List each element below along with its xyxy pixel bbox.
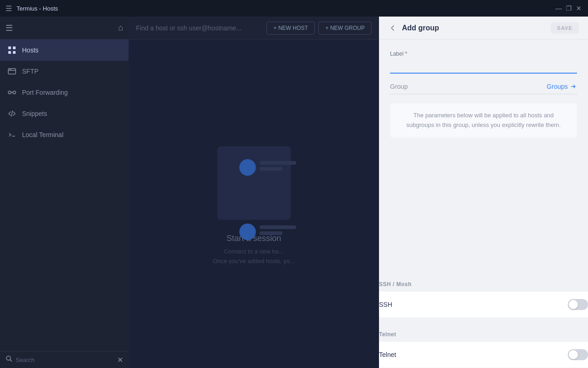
svg-point-5: [9, 69, 10, 70]
port-forwarding-icon: [7, 88, 17, 97]
telnet-section-header: Telnet: [379, 325, 588, 342]
illus-card-2: [217, 178, 291, 220]
titlebar-left: ☰ Termius - Hosts: [6, 4, 58, 13]
illus-circle-2: [239, 224, 256, 240]
maximize-button[interactable]: ❐: [565, 5, 572, 12]
search-clear-icon[interactable]: ✕: [117, 356, 123, 364]
telnet-section-title: Telnet: [379, 331, 396, 338]
sidebar-item-sftp[interactable]: SFTP: [0, 61, 129, 82]
svg-point-7: [8, 91, 11, 94]
ssh-toggle-row: SSH: [379, 292, 588, 318]
illus-line: [260, 161, 296, 165]
hosts-label: Hosts: [22, 46, 39, 54]
snippets-label: Snippets: [22, 110, 47, 117]
telnet-toggle[interactable]: [568, 349, 588, 360]
group-label-text: Group: [390, 83, 408, 90]
sidebar: ☰ ⌂ Hosts: [0, 17, 129, 368]
menu-icon[interactable]: ☰: [6, 4, 12, 13]
port-forwarding-label: Port Forwarding: [22, 89, 68, 96]
illustration-graphic: [204, 142, 305, 224]
sidebar-top: ☰ ⌂: [0, 17, 129, 40]
svg-rect-2: [8, 51, 11, 54]
groups-link[interactable]: Groups: [547, 83, 577, 90]
illus-line-short-2: [260, 231, 283, 235]
search-input[interactable]: [16, 356, 113, 363]
app-body: ☰ ⌂ Hosts: [0, 17, 588, 368]
ssh-mosh-section-title: SSH / Mosh: [379, 281, 412, 288]
svg-rect-1: [13, 46, 16, 49]
telnet-toggle-row: Telnet: [379, 342, 588, 368]
save-button[interactable]: SAVE: [551, 23, 579, 34]
illus-line-2: [260, 225, 296, 229]
content-toolbar: + NEW HOST + NEW GROUP: [129, 17, 379, 40]
info-text: The parameters below will be applied to …: [399, 111, 568, 130]
sidebar-menu-icon[interactable]: ☰: [6, 23, 13, 33]
ssh-toggle-knob: [569, 300, 578, 309]
search-icon: [6, 355, 13, 364]
illus-lines-1: [260, 161, 296, 171]
local-terminal-label: Local Terminal: [22, 131, 63, 138]
panel-body: Label * Group Groups The parameters belo…: [379, 40, 588, 275]
ssh-mosh-section-header: SSH / Mosh: [379, 275, 588, 292]
label-form-group: Label *: [390, 51, 577, 74]
sidebar-search: ✕: [0, 351, 129, 368]
search-input-wrap: [6, 355, 113, 364]
panel-title: Add group: [402, 24, 439, 32]
sidebar-home-icon[interactable]: ⌂: [118, 23, 123, 33]
info-text-box: The parameters below will be applied to …: [390, 104, 577, 138]
sidebar-item-hosts[interactable]: Hosts: [0, 40, 129, 61]
sidebar-item-port-forwarding[interactable]: Port Forwarding: [0, 82, 129, 103]
sftp-label: SFTP: [22, 68, 39, 75]
illus-circle-1: [239, 159, 256, 176]
telnet-toggle-label: Telnet: [379, 351, 396, 358]
ssh-toggle[interactable]: [568, 299, 588, 310]
panel-header-left: Add group: [388, 23, 439, 33]
host-search-input[interactable]: [136, 24, 263, 32]
svg-rect-3: [13, 51, 16, 54]
titlebar: ☰ Termius - Hosts — ❐ ✕: [0, 0, 588, 17]
illustration: Start a session Connect to a new ho... O…: [204, 142, 305, 266]
svg-point-8: [13, 91, 16, 94]
label-field-label: Label *: [390, 51, 577, 57]
svg-rect-0: [8, 46, 11, 49]
titlebar-title: Termius - Hosts: [17, 5, 58, 12]
svg-point-6: [11, 69, 11, 70]
ssh-toggle-label: SSH: [379, 301, 392, 308]
panel-header: Add group SAVE: [379, 17, 588, 40]
content-main: Start a session Connect to a new ho... O…: [129, 40, 379, 368]
telnet-toggle-knob: [569, 350, 578, 359]
right-panel: Add group SAVE Label * Group Groups: [379, 17, 588, 368]
illus-line-short: [260, 167, 283, 171]
sftp-icon: [7, 67, 17, 76]
section-spacer: [379, 318, 588, 325]
snippets-icon: [7, 109, 17, 118]
new-group-button[interactable]: + NEW GROUP: [318, 22, 372, 34]
titlebar-controls: — ❐ ✕: [555, 5, 582, 12]
illus-lines-2: [260, 225, 296, 235]
sidebar-item-snippets[interactable]: Snippets: [0, 103, 129, 124]
local-terminal-icon: [7, 130, 17, 139]
content-area: + NEW HOST + NEW GROUP: [129, 17, 379, 368]
start-subtitle: Connect to a new ho... Once you've added…: [213, 247, 294, 266]
close-button[interactable]: ✕: [575, 5, 582, 12]
new-host-button[interactable]: + NEW HOST: [266, 22, 315, 34]
hosts-icon: [7, 46, 17, 55]
back-button[interactable]: [388, 23, 397, 33]
sidebar-nav: Hosts SFTP: [0, 40, 129, 351]
label-input[interactable]: [390, 60, 577, 74]
minimize-button[interactable]: —: [555, 5, 562, 12]
group-row: Group Groups: [390, 83, 577, 94]
sidebar-item-local-terminal[interactable]: Local Terminal: [0, 124, 129, 145]
